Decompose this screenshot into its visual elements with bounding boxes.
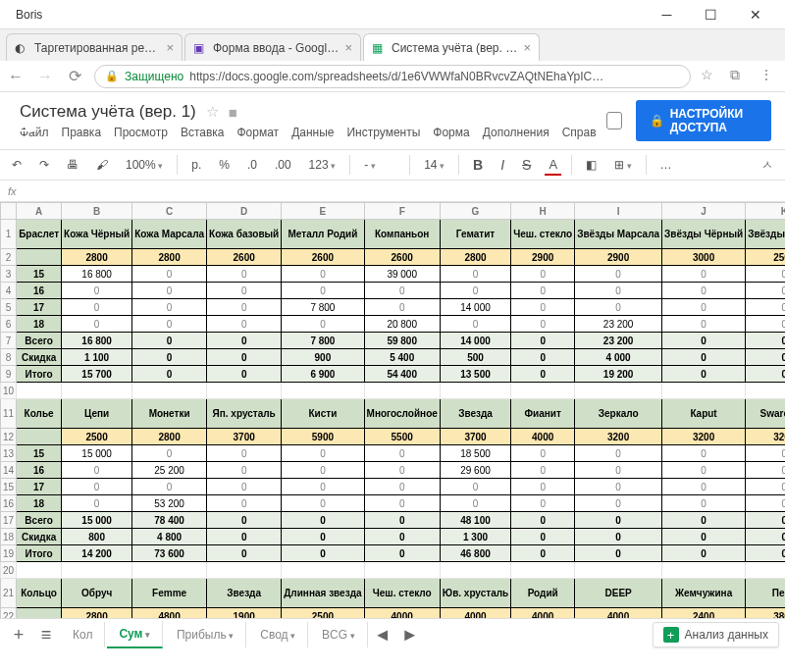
cell[interactable]: 0: [662, 495, 746, 512]
cell[interactable]: [511, 383, 575, 399]
print-button[interactable]: 🖶: [63, 156, 82, 174]
cell[interactable]: [440, 383, 510, 399]
cell[interactable]: 2400: [662, 608, 746, 619]
row-header[interactable]: 8: [1, 349, 17, 366]
cell[interactable]: 1900: [207, 608, 282, 619]
cell[interactable]: 0: [282, 479, 364, 495]
row-header[interactable]: 13: [1, 445, 17, 462]
cell[interactable]: Компаньон: [364, 220, 440, 249]
cell[interactable]: 23 200: [575, 333, 662, 349]
cell[interactable]: 0: [440, 479, 510, 495]
cell[interactable]: 7 800: [282, 299, 364, 316]
cell[interactable]: 2600: [282, 249, 364, 266]
cell[interactable]: 14 000: [440, 299, 510, 316]
cell[interactable]: 17: [17, 479, 62, 495]
cell[interactable]: 0: [132, 283, 207, 299]
cell[interactable]: Кольцо: [17, 579, 62, 608]
cell[interactable]: Кожа базовый: [207, 220, 282, 249]
cell[interactable]: Всего: [17, 512, 62, 529]
cell[interactable]: 1 300: [440, 529, 510, 545]
cell[interactable]: Жемчужина: [662, 579, 746, 608]
maximize-button[interactable]: ☐: [689, 0, 733, 28]
cell[interactable]: 20 800: [364, 316, 440, 333]
textcolor-button[interactable]: A: [545, 155, 561, 176]
cell[interactable]: 4000: [511, 429, 575, 445]
add-sheet-button[interactable]: +: [6, 622, 31, 647]
cell[interactable]: 0: [207, 445, 282, 462]
cell[interactable]: 0: [207, 316, 282, 333]
cell[interactable]: Итого: [17, 545, 62, 562]
cell[interactable]: 3200: [746, 429, 785, 445]
menu-insert[interactable]: Вставка: [181, 126, 225, 139]
cell[interactable]: 15 700: [62, 366, 132, 383]
cell[interactable]: [17, 429, 62, 445]
cell[interactable]: [17, 383, 62, 399]
menu-help[interactable]: Справ: [562, 126, 597, 139]
cell[interactable]: 46 800: [440, 545, 510, 562]
cell[interactable]: 0: [364, 512, 440, 529]
row-header[interactable]: 21: [1, 579, 17, 608]
row-header[interactable]: 15: [1, 479, 17, 495]
row-header[interactable]: 19: [1, 545, 17, 562]
redo-button[interactable]: ↷: [35, 156, 53, 174]
browser-tab[interactable]: ◐Таргетированная рекла…×: [6, 33, 183, 61]
cell[interactable]: 0: [746, 445, 785, 462]
cell[interactable]: 0: [282, 316, 364, 333]
cell[interactable]: 2900: [511, 249, 575, 266]
cell[interactable]: 16 800: [62, 333, 132, 349]
star-icon[interactable]: ☆: [701, 67, 720, 86]
cell[interactable]: 0: [207, 529, 282, 545]
menu-data[interactable]: Данные: [291, 126, 334, 139]
cell[interactable]: 0: [575, 529, 662, 545]
cell[interactable]: 5500: [364, 429, 440, 445]
cell[interactable]: 23 200: [575, 316, 662, 333]
cell[interactable]: [575, 562, 662, 579]
cell[interactable]: Монетки: [132, 399, 207, 429]
cell[interactable]: 0: [282, 445, 364, 462]
cell[interactable]: Кожа Марсала: [132, 220, 207, 249]
cell[interactable]: 0: [575, 479, 662, 495]
cell[interactable]: 0: [207, 266, 282, 283]
cell[interactable]: 6 900: [282, 366, 364, 383]
cell[interactable]: [62, 383, 132, 399]
cell[interactable]: 15 000: [62, 445, 132, 462]
cell[interactable]: [207, 383, 282, 399]
currency-button[interactable]: p.: [187, 156, 205, 174]
col-header[interactable]: H: [511, 203, 575, 220]
cell[interactable]: 3000: [662, 249, 746, 266]
cell[interactable]: 0: [132, 316, 207, 333]
row-header[interactable]: 16: [1, 495, 17, 512]
cell[interactable]: [17, 249, 62, 266]
cell[interactable]: 2800: [440, 249, 510, 266]
cell[interactable]: 3700: [207, 429, 282, 445]
tab-close-icon[interactable]: ×: [523, 40, 531, 55]
sheet-tab[interactable]: BCG: [310, 622, 368, 647]
row-header[interactable]: 11: [1, 399, 17, 429]
cell[interactable]: Юв. хрусталь: [440, 579, 510, 608]
cell[interactable]: 0: [662, 316, 746, 333]
sheet-tab[interactable]: Свод: [248, 622, 308, 647]
cell[interactable]: 0: [746, 529, 785, 545]
cell[interactable]: 0: [575, 462, 662, 479]
menu-tools[interactable]: Инструменты: [346, 126, 420, 139]
cell[interactable]: Зеркало: [575, 399, 662, 429]
cell[interactable]: 0: [575, 545, 662, 562]
cell[interactable]: 500: [440, 349, 510, 366]
analyze-button[interactable]: +Анализ данных: [653, 622, 779, 647]
cell[interactable]: 0: [364, 445, 440, 462]
collapse-button[interactable]: ㅅ: [758, 155, 777, 176]
borders-button[interactable]: ⊞: [610, 156, 636, 174]
cell[interactable]: Гематит: [440, 220, 510, 249]
cell[interactable]: 0: [132, 333, 207, 349]
forward-button[interactable]: →: [35, 67, 55, 86]
cell[interactable]: 16: [17, 283, 62, 299]
cell[interactable]: 0: [511, 512, 575, 529]
cell[interactable]: Длинная звезда: [282, 579, 364, 608]
menu-icon[interactable]: ⋮: [759, 67, 779, 86]
row-header[interactable]: 3: [1, 266, 17, 283]
cell[interactable]: 48 100: [440, 512, 510, 529]
cell[interactable]: 78 400: [132, 512, 207, 529]
cell[interactable]: 4000: [511, 608, 575, 619]
cell[interactable]: 4 000: [575, 349, 662, 366]
cell[interactable]: 0: [364, 462, 440, 479]
